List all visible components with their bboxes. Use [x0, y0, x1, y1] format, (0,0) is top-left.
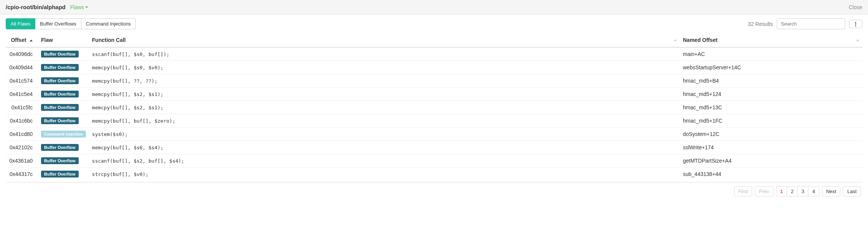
- filter-tabs: All Flaws Buffer Overflows Command Injec…: [6, 18, 136, 29]
- named-offset-cell: doSystem+12C: [680, 128, 862, 141]
- function-call-cell: memcpy(buf[], ??, ??);: [89, 74, 680, 88]
- close-button[interactable]: Close: [849, 4, 862, 10]
- buffer-overflow-badge: Buffer Overflow: [41, 157, 79, 164]
- pagination: First Prev 1234 Next Last: [733, 186, 862, 197]
- page-last[interactable]: Last: [843, 186, 861, 197]
- function-call-cell: memcpy(buf[], $s2, $s1);: [89, 101, 680, 114]
- buffer-overflow-badge: Buffer Overflow: [41, 77, 79, 84]
- table-header-row: Offset Flaw Function Call Named Offset: [6, 33, 862, 47]
- buffer-overflow-badge: Buffer Overflow: [41, 171, 79, 177]
- flaw-cell: Buffer Overflow: [38, 114, 89, 128]
- buffer-overflow-badge: Buffer Overflow: [41, 104, 79, 111]
- header-left: /cpio-root/bin/alphapd Flaws: [6, 4, 88, 10]
- table-row[interactable]: 0x409d44Buffer Overflowmemcpy(buf[], $s0…: [6, 61, 862, 74]
- function-call-cell: sscanf(buf[], $s2, buf[], $s4);: [89, 154, 680, 168]
- col-header-offset[interactable]: Offset: [6, 33, 38, 47]
- chevron-down-icon: [85, 6, 88, 8]
- buffer-overflow-badge: Buffer Overflow: [41, 91, 79, 98]
- function-call-cell: sscanf(buf[], $s0, buf[]);: [89, 47, 680, 61]
- page-numbers: 1234: [776, 186, 819, 197]
- named-offset-cell: hmac_md5+B4: [680, 74, 862, 88]
- offset-cell: 0x41c5e4: [6, 88, 38, 101]
- table-row[interactable]: 0x4096dcBuffer Overflowsscanf(buf[], $s0…: [6, 47, 862, 61]
- flaw-cell: Buffer Overflow: [38, 168, 89, 181]
- col-header-call[interactable]: Function Call: [89, 33, 680, 47]
- function-call-cell: memcpy(buf[], $s2, $s1);: [89, 88, 680, 101]
- function-call-cell: strcpy(buf[], $v0);: [89, 168, 680, 181]
- toolbar: All Flaws Buffer Overflows Command Injec…: [0, 14, 868, 33]
- buffer-overflow-badge: Buffer Overflow: [41, 144, 79, 151]
- flaw-cell: Buffer Overflow: [38, 88, 89, 101]
- named-offset-cell: hmac_md5+1FC: [680, 114, 862, 128]
- flaws-dropdown-label: Flaws: [70, 4, 84, 10]
- named-offset-cell: sub_443138+44: [680, 168, 862, 181]
- tab-all-flaws[interactable]: All Flaws: [6, 18, 35, 29]
- flaw-cell: Buffer Overflow: [38, 154, 89, 168]
- tab-buffer-overflows[interactable]: Buffer Overflows: [35, 18, 81, 29]
- named-offset-cell: websStartupServer+14C: [680, 61, 862, 74]
- buffer-overflow-badge: Buffer Overflow: [41, 64, 79, 71]
- function-call-cell: memcpy(buf[], $s6, $s4);: [89, 141, 680, 154]
- table-row[interactable]: 0x44317cBuffer Overflowstrcpy(buf[], $v0…: [6, 168, 862, 181]
- page-number-1[interactable]: 1: [776, 186, 787, 197]
- header-bar: /cpio-root/bin/alphapd Flaws Close: [0, 0, 868, 14]
- page-first[interactable]: First: [734, 186, 752, 197]
- table-row[interactable]: 0x42102cBuffer Overflowmemcpy(buf[], $s6…: [6, 141, 862, 154]
- offset-cell: 0x44317c: [6, 168, 38, 181]
- flaw-cell: Buffer Overflow: [38, 61, 89, 74]
- page-next[interactable]: Next: [822, 186, 841, 197]
- named-offset-cell: getMTDPartSize+A4: [680, 154, 862, 168]
- function-call-cell: memcpy(buf[], $s0, $v0);: [89, 61, 680, 74]
- results-count: 32 Results: [748, 21, 773, 27]
- pagination-wrap: First Prev 1234 Next Last: [0, 182, 868, 200]
- toolbar-right: 32 Results ⋮: [748, 18, 862, 29]
- offset-cell: 0x4361a0: [6, 154, 38, 168]
- page-number-3[interactable]: 3: [797, 186, 808, 197]
- table-row[interactable]: 0x41c6bcBuffer Overflowmemcpy(buf[], buf…: [6, 114, 862, 128]
- flaw-cell: Buffer Overflow: [38, 74, 89, 88]
- more-menu-button[interactable]: ⋮: [849, 20, 862, 28]
- flaws-table: Offset Flaw Function Call Named Offset 0…: [6, 33, 862, 181]
- table-row[interactable]: 0x4361a0Buffer Overflowsscanf(buf[], $s2…: [6, 154, 862, 168]
- page-number-4[interactable]: 4: [808, 186, 819, 197]
- offset-cell: 0x4096dc: [6, 47, 38, 61]
- sort-up-icon: [30, 40, 33, 42]
- flaw-cell: Buffer Overflow: [38, 141, 89, 154]
- flaw-cell: Buffer Overflow: [38, 101, 89, 114]
- offset-cell: 0x41c5fc: [6, 101, 38, 114]
- named-offset-cell: sslWrite+174: [680, 141, 862, 154]
- col-header-flaw[interactable]: Flaw: [38, 33, 89, 47]
- named-offset-cell: hmac_md5+124: [680, 88, 862, 101]
- tab-command-injections[interactable]: Command Injections: [81, 18, 136, 29]
- offset-cell: 0x41cd80: [6, 128, 38, 141]
- vertical-dots-icon: ⋮: [853, 22, 858, 26]
- offset-cell: 0x409d44: [6, 61, 38, 74]
- flaw-cell: Command Injection: [38, 128, 89, 141]
- named-offset-cell: main+AC: [680, 47, 862, 61]
- table-row[interactable]: 0x41c5e4Buffer Overflowmemcpy(buf[], $s2…: [6, 88, 862, 101]
- sort-dim-icon: [856, 39, 859, 41]
- content-area: Offset Flaw Function Call Named Offset 0…: [0, 33, 868, 182]
- search-input[interactable]: [777, 18, 845, 29]
- table-body: 0x4096dcBuffer Overflowsscanf(buf[], $s0…: [6, 47, 862, 181]
- table-row[interactable]: 0x41c574Buffer Overflowmemcpy(buf[], ??,…: [6, 74, 862, 88]
- table-row[interactable]: 0x41cd80Command Injectionsystem($s0);doS…: [6, 128, 862, 141]
- command-injection-badge: Command Injection: [41, 131, 86, 137]
- offset-cell: 0x42102c: [6, 141, 38, 154]
- path-title: /cpio-root/bin/alphapd: [6, 4, 66, 10]
- col-header-named[interactable]: Named Offset: [680, 33, 862, 47]
- flaw-cell: Buffer Overflow: [38, 47, 89, 61]
- buffer-overflow-badge: Buffer Overflow: [41, 117, 79, 124]
- page-number-2[interactable]: 2: [787, 186, 798, 197]
- table-row[interactable]: 0x41c5fcBuffer Overflowmemcpy(buf[], $s2…: [6, 101, 862, 114]
- function-call-cell: memcpy(buf[], buf[], $zero);: [89, 114, 680, 128]
- offset-cell: 0x41c6bc: [6, 114, 38, 128]
- page-prev[interactable]: Prev: [755, 186, 773, 197]
- offset-cell: 0x41c574: [6, 74, 38, 88]
- flaws-dropdown[interactable]: Flaws: [70, 4, 89, 10]
- named-offset-cell: hmac_md5+13C: [680, 101, 862, 114]
- buffer-overflow-badge: Buffer Overflow: [41, 51, 79, 58]
- sort-dim-icon: [674, 39, 677, 41]
- function-call-cell: system($s0);: [89, 128, 680, 141]
